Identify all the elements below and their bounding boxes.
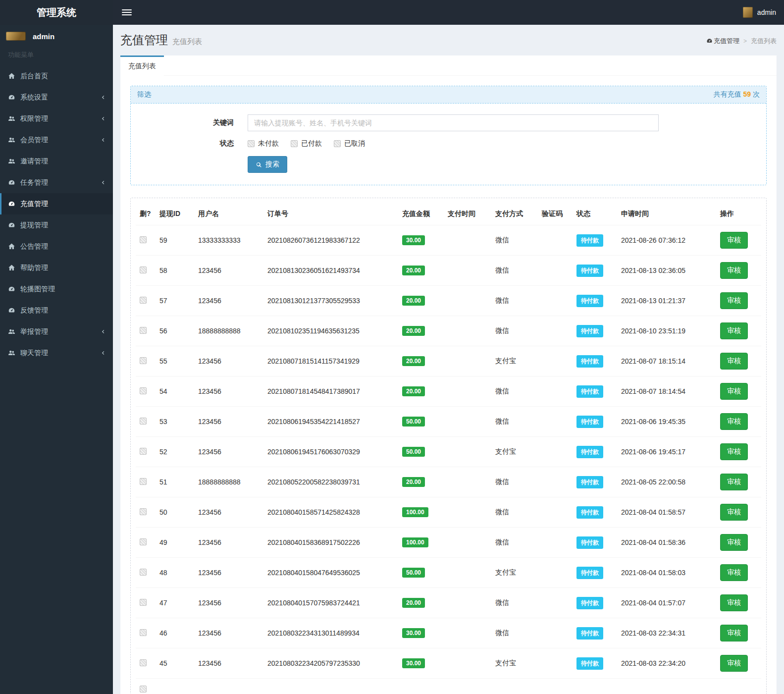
amount-badge: 50.00 xyxy=(402,447,425,457)
cell-order-no: 202108061945176063070329 xyxy=(263,437,398,467)
column-header-4: 充值金额 xyxy=(398,203,444,225)
sidebar-item-help-management[interactable]: 帮助管理 xyxy=(0,257,113,278)
audit-button[interactable]: 审核 xyxy=(720,262,748,279)
row-checkbox[interactable] xyxy=(140,659,147,666)
table-row: 5212345620210806194517606307032950.00支付宝… xyxy=(136,437,761,467)
cell-pay-method: 支付宝 xyxy=(491,558,538,588)
cell-apply-time: 2021-08-13 02:36:05 xyxy=(617,256,716,286)
audit-button[interactable]: 审核 xyxy=(720,232,748,249)
sidebar-toggle-icon[interactable] xyxy=(121,6,133,19)
cell-pay-time xyxy=(444,648,491,679)
row-checkbox[interactable] xyxy=(140,599,147,606)
sidebar-item-backend-home[interactable]: 后台首页 xyxy=(0,65,113,87)
row-checkbox[interactable] xyxy=(140,508,147,515)
status-option-1[interactable]: 已付款 xyxy=(291,139,322,148)
cell-pay-method: 微信 xyxy=(491,316,538,346)
cell-username: 123456 xyxy=(194,558,263,588)
audit-button[interactable]: 审核 xyxy=(720,474,748,490)
sidebar-user-panel: admin xyxy=(0,25,113,46)
table-row: 5312345620210806194535422141852750.00微信待… xyxy=(136,407,761,437)
sidebar-item-chat-management[interactable]: 聊天管理 xyxy=(0,342,113,364)
select-all-checkbox[interactable] xyxy=(140,686,147,693)
row-checkbox[interactable] xyxy=(140,569,147,576)
cell-pay-method: 微信 xyxy=(491,286,538,316)
cell-pay-time xyxy=(444,467,491,497)
cell-apply-time: 2021-08-07 18:14:54 xyxy=(617,376,716,407)
row-checkbox[interactable] xyxy=(140,357,147,364)
audit-button[interactable]: 审核 xyxy=(720,655,748,672)
row-checkbox[interactable] xyxy=(140,538,147,545)
keyword-label: 关键词 xyxy=(138,118,248,127)
row-checkbox[interactable] xyxy=(140,478,147,485)
sidebar-item-label: 系统设置 xyxy=(20,93,48,102)
status-checkbox-2[interactable] xyxy=(334,140,341,147)
cell-verify-code xyxy=(538,376,573,407)
cell-verify-code xyxy=(538,558,573,588)
row-checkbox[interactable] xyxy=(140,448,147,455)
status-option-2[interactable]: 已取消 xyxy=(334,139,365,148)
status-checkbox-0[interactable] xyxy=(248,140,255,147)
sidebar-item-permission-management[interactable]: 权限管理 xyxy=(0,108,113,129)
table-row: 4512345620210803223420579723533030.00支付宝… xyxy=(136,648,761,679)
amount-badge: 20.00 xyxy=(402,266,425,275)
sidebar-item-task-management[interactable]: 任务管理 xyxy=(0,172,113,193)
row-checkbox[interactable] xyxy=(140,418,147,425)
sidebar-item-member-management[interactable]: 会员管理 xyxy=(0,129,113,151)
row-checkbox[interactable] xyxy=(140,267,147,273)
recharge-table: 删?提现ID用户名订单号充值金额支付时间支付方式验证码状态申请时间操作 5913… xyxy=(136,203,761,694)
cell-apply-time: 2021-08-04 01:58:36 xyxy=(617,528,716,558)
cell-username: 18888888888 xyxy=(194,467,263,497)
audit-button[interactable]: 审核 xyxy=(720,504,748,521)
row-checkbox[interactable] xyxy=(140,236,147,243)
cell-order-no: 202108260736121983367122 xyxy=(263,225,398,256)
cell-verify-code xyxy=(538,467,573,497)
audit-button[interactable]: 审核 xyxy=(720,594,748,611)
status-badge: 待付款 xyxy=(576,446,603,458)
audit-button[interactable]: 审核 xyxy=(720,322,748,339)
status-badge: 待付款 xyxy=(576,265,603,277)
sidebar-item-announcement-management[interactable]: 公告管理 xyxy=(0,236,113,257)
audit-button[interactable]: 审核 xyxy=(720,625,748,641)
sidebar-item-invite-management[interactable]: 邀请管理 xyxy=(0,151,113,172)
audit-button[interactable]: 审核 xyxy=(720,292,748,309)
cell-pay-method: 支付宝 xyxy=(491,346,538,376)
sidebar-item-report-management[interactable]: 举报管理 xyxy=(0,321,113,342)
sidebar-item-recharge-management[interactable]: 充值管理 xyxy=(0,193,113,214)
keyword-input[interactable] xyxy=(248,114,659,131)
sidebar-item-feedback-management[interactable]: 反馈管理 xyxy=(0,300,113,321)
row-checkbox[interactable] xyxy=(140,387,147,394)
navbar-user-menu[interactable]: admin xyxy=(743,7,776,18)
cell-withdraw-id: 50 xyxy=(156,497,194,528)
audit-button[interactable]: 审核 xyxy=(720,383,748,400)
cell-username: 13333333333 xyxy=(194,225,263,256)
status-checkbox-1[interactable] xyxy=(291,140,298,147)
cell-apply-time: 2021-08-04 01:58:57 xyxy=(617,497,716,528)
table-footer-row xyxy=(136,679,761,694)
table-row: 591333333333320210826073612198336712230.… xyxy=(136,225,761,256)
app-logo[interactable]: 管理系统 xyxy=(0,0,113,25)
table-row: 511888888888820210805220058223803973120.… xyxy=(136,467,761,497)
audit-button[interactable]: 审核 xyxy=(720,353,748,370)
app-title: 管理系统 xyxy=(37,7,76,18)
status-badge: 待付款 xyxy=(576,657,603,670)
recharge-table-container: 删?提现ID用户名订单号充值金额支付时间支付方式验证码状态申请时间操作 5913… xyxy=(130,198,767,694)
sidebar-item-label: 后台首页 xyxy=(20,72,48,81)
audit-button[interactable]: 审核 xyxy=(720,443,748,460)
audit-button[interactable]: 审核 xyxy=(720,564,748,581)
sidebar-item-withdraw-management[interactable]: 提现管理 xyxy=(0,214,113,236)
breadcrumb-recharge[interactable]: 充值管理 xyxy=(706,37,739,46)
sidebar-item-label: 帮助管理 xyxy=(20,264,48,272)
row-checkbox[interactable] xyxy=(140,629,147,636)
page-title: 充值管理充值列表 xyxy=(120,32,202,48)
cell-order-no: 202108032234313011489934 xyxy=(263,618,398,648)
audit-button[interactable]: 审核 xyxy=(720,534,748,551)
tab-recharge-list[interactable]: 充值列表 xyxy=(120,55,164,76)
sidebar-item-system-settings[interactable]: 系统设置 xyxy=(0,87,113,108)
row-checkbox[interactable] xyxy=(140,297,147,304)
amount-badge: 20.00 xyxy=(402,296,425,306)
search-button[interactable]: 搜索 xyxy=(248,156,287,173)
sidebar-item-carousel-management[interactable]: 轮播图管理 xyxy=(0,278,113,300)
row-checkbox[interactable] xyxy=(140,327,147,334)
status-option-0[interactable]: 未付款 xyxy=(248,139,279,148)
audit-button[interactable]: 审核 xyxy=(720,413,748,430)
